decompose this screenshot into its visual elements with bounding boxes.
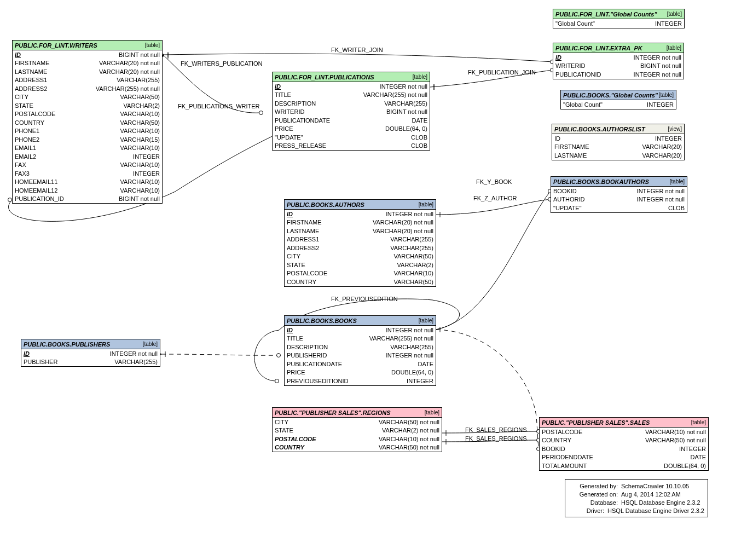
table-regions[interactable]: PUBLIC."PUBLISHER SALES".REGIONS [table]… bbox=[272, 407, 442, 452]
column-name: ID bbox=[15, 51, 21, 58]
info-value: HSQL Database Engine Driver 2.3.2 bbox=[607, 507, 704, 514]
entity-title: PUBLIC.FOR_LINT.PUBLICATIONS bbox=[275, 74, 377, 80]
column-type: VARCHAR(10) bbox=[393, 270, 433, 276]
column-row: "Global Count"INTEGER bbox=[561, 100, 676, 109]
entity-type: [table] bbox=[691, 419, 706, 425]
column-row: PUBLISHERIDINTEGER not null bbox=[285, 351, 436, 360]
table-bookauthors[interactable]: PUBLIC.BOOKS.BOOKAUTHORS [table] BOOKIDI… bbox=[551, 176, 687, 213]
column-row: FIRSTNAMEVARCHAR(20) bbox=[552, 143, 684, 152]
column-name: LASTNAME bbox=[15, 68, 47, 75]
entity-title: PUBLIC.BOOKS.BOOKS bbox=[287, 317, 359, 324]
column-name: LASTNAME bbox=[287, 228, 319, 234]
column-type: VARCHAR(255) bbox=[117, 77, 160, 83]
column-type: VARCHAR(15) bbox=[120, 136, 160, 143]
info-label: Generated by: bbox=[569, 483, 621, 489]
column-row: CITYVARCHAR(50) not null bbox=[273, 418, 442, 426]
column-row: FIRSTNAMEVARCHAR(20) not null bbox=[13, 59, 162, 68]
column-row: FAX3INTEGER bbox=[13, 169, 162, 178]
entity-title: PUBLIC.BOOKS.AUTHORSLIST bbox=[554, 126, 647, 132]
column-row: IDINTEGER not null bbox=[285, 326, 436, 334]
entity-title: PUBLIC.FOR_LINT.WRITERS bbox=[15, 42, 100, 49]
column-name: STATE bbox=[275, 427, 293, 434]
rel-label: FK_Z_AUTHOR bbox=[473, 195, 517, 201]
column-row: IDBIGINT not null bbox=[13, 50, 162, 59]
column-type: DOUBLE(64, 0) bbox=[391, 369, 433, 376]
column-row: ADDRESS1VARCHAR(255) bbox=[285, 235, 436, 244]
column-row: FIRSTNAMEVARCHAR(20) not null bbox=[285, 218, 436, 227]
rel-label: FK_WRITERS_PUBLICATION bbox=[181, 60, 263, 67]
column-row: IDINTEGER bbox=[552, 134, 684, 143]
column-row: EMAIL2INTEGER bbox=[13, 152, 162, 161]
column-type: VARCHAR(20) not null bbox=[373, 228, 433, 234]
column-name: COUNTRY bbox=[542, 437, 571, 443]
column-row: ADDRESS2VARCHAR(255) bbox=[285, 244, 436, 252]
column-name: FAX3 bbox=[15, 170, 30, 177]
table-books-global-counts[interactable]: PUBLIC.BOOKS."Global Counts" [table] "Gl… bbox=[560, 90, 676, 109]
column-row: LASTNAMEVARCHAR(20) bbox=[552, 151, 684, 160]
column-type: VARCHAR(20) bbox=[642, 143, 682, 150]
column-name: POSTALCODE bbox=[542, 429, 582, 435]
column-name: ADDRESS2 bbox=[15, 85, 47, 92]
column-type: VARCHAR(255) bbox=[390, 344, 433, 350]
column-row: LASTNAMEVARCHAR(20) not null bbox=[13, 67, 162, 76]
column-row: TITLEVARCHAR(255) not null bbox=[285, 334, 436, 343]
table-sales[interactable]: PUBLIC."PUBLISHER SALES".SALES [table] P… bbox=[539, 417, 709, 471]
view-authorslist[interactable]: PUBLIC.BOOKS.AUTHORSLIST [view] IDINTEGE… bbox=[552, 124, 685, 160]
column-type: INTEGER bbox=[647, 101, 674, 108]
column-type: VARCHAR(255) bbox=[384, 100, 427, 107]
entity-type: [table] bbox=[419, 201, 433, 207]
entity-header: PUBLIC.BOOKS.AUTHORSLIST [view] bbox=[552, 124, 684, 134]
column-row: WRITERIDBIGINT not null bbox=[553, 62, 684, 71]
info-value: SchemaCrawler 10.10.05 bbox=[621, 483, 689, 489]
column-name: EMAIL2 bbox=[15, 153, 36, 160]
info-label: Generated on: bbox=[569, 491, 621, 498]
column-name: BOOKID bbox=[553, 188, 577, 194]
column-row: DESCRIPTIONVARCHAR(255) bbox=[285, 343, 436, 351]
column-name: DESCRIPTION bbox=[287, 344, 328, 350]
column-type: VARCHAR(50) bbox=[393, 253, 433, 259]
column-name: PHONE2 bbox=[15, 136, 39, 143]
column-type: VARCHAR(50) not null bbox=[645, 437, 706, 443]
column-name: "Global Count" bbox=[563, 101, 603, 108]
table-books[interactable]: PUBLIC.BOOKS.BOOKS [table] IDINTEGER not… bbox=[284, 315, 436, 386]
column-name: ID bbox=[287, 211, 293, 217]
table-writers[interactable]: PUBLIC.FOR_LINT.WRITERS [table] IDBIGINT… bbox=[12, 40, 163, 204]
entity-type: [table] bbox=[670, 178, 685, 184]
column-row: BOOKIDINTEGER bbox=[540, 444, 708, 453]
entity-header: PUBLIC.FOR_LINT.PUBLICATIONS [table] bbox=[273, 72, 430, 82]
column-name: "Global Count" bbox=[555, 20, 595, 27]
column-type: VARCHAR(50) not null bbox=[379, 419, 439, 425]
column-type: VARCHAR(50) bbox=[393, 279, 433, 285]
column-name: BOOKID bbox=[542, 446, 565, 452]
column-row: HOMEEMAIL12VARCHAR(10) bbox=[13, 186, 162, 195]
table-extra-pk[interactable]: PUBLIC.FOR_LINT.EXTRA_PK [table] IDINTEG… bbox=[553, 43, 684, 79]
table-publications[interactable]: PUBLIC.FOR_LINT.PUBLICATIONS [table] IDI… bbox=[272, 72, 430, 151]
column-row: TOTALAMOUNTDOUBLE(64, 0) bbox=[540, 461, 708, 470]
column-row: IDINTEGER not null bbox=[553, 53, 684, 62]
column-name: WRITERID bbox=[275, 108, 304, 115]
column-name: ADDRESS2 bbox=[287, 245, 319, 251]
column-row: IDINTEGER not null bbox=[21, 349, 160, 358]
entity-title: PUBLIC.BOOKS."Global Counts" bbox=[563, 92, 659, 99]
entity-type: [view] bbox=[668, 126, 682, 132]
column-name: PUBLICATION_ID bbox=[15, 195, 64, 202]
table-authors[interactable]: PUBLIC.BOOKS.AUTHORS [table] IDINTEGER n… bbox=[284, 199, 436, 287]
column-type: VARCHAR(255) not null bbox=[96, 85, 160, 92]
column-type: INTEGER not null bbox=[380, 83, 427, 90]
table-publishers[interactable]: PUBLIC.BOOKS.PUBLISHERS [table] IDINTEGE… bbox=[21, 339, 160, 367]
column-type: VARCHAR(255) not null bbox=[369, 335, 433, 342]
column-name: CITY bbox=[287, 253, 300, 259]
column-type: INTEGER bbox=[679, 446, 706, 452]
column-type: CLOB bbox=[668, 205, 685, 211]
column-type: BIGINT not null bbox=[119, 195, 160, 202]
column-name: AUTHORID bbox=[553, 196, 584, 203]
info-label: Driver: bbox=[569, 507, 607, 514]
table-global-counts-lint[interactable]: PUBLIC.FOR_LINT."Global Counts" [table] … bbox=[553, 9, 685, 28]
entity-header: PUBLIC.BOOKS."Global Counts" [table] bbox=[561, 90, 676, 100]
column-type: VARCHAR(255) bbox=[114, 359, 158, 365]
column-row: COUNTRYVARCHAR(50) not null bbox=[540, 436, 708, 445]
column-row: STATEVARCHAR(2) bbox=[13, 101, 162, 110]
column-row: PRICEDOUBLE(64, 0) bbox=[273, 125, 430, 134]
entity-type: [table] bbox=[145, 42, 160, 48]
column-type: VARCHAR(2) bbox=[124, 102, 160, 109]
